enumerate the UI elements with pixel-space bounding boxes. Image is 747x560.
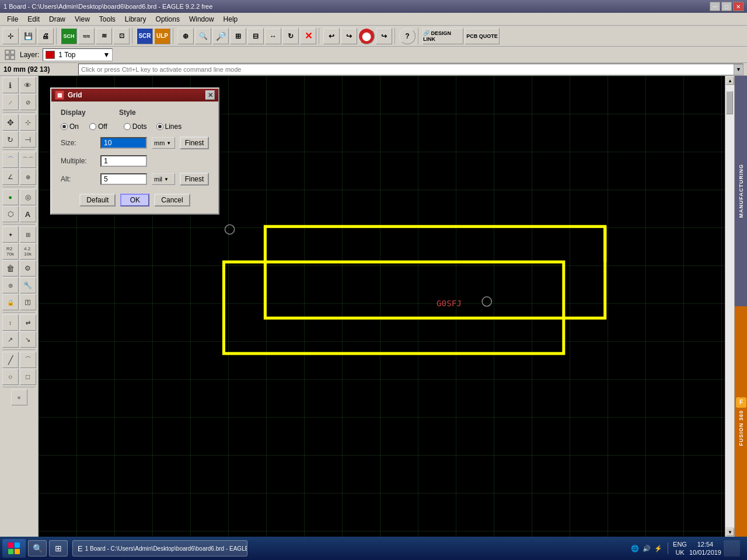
arc-tool-button[interactable]: ⌒ (20, 352, 36, 368)
cmd-input[interactable] (79, 64, 734, 75)
alt-quality-button[interactable]: Finest (180, 173, 209, 186)
grid-dialog-close-button[interactable]: ✕ (205, 90, 215, 100)
size-input[interactable] (100, 137, 147, 149)
style-lines-radio[interactable]: Lines (156, 123, 182, 131)
redo-button[interactable]: ↪ (341, 28, 357, 44)
close-button[interactable]: ✕ (733, 2, 743, 11)
zoom-fit-button[interactable]: ⊕ (177, 28, 194, 44)
zoom-in-button[interactable]: 🔍 (195, 28, 211, 44)
text-tool-button[interactable]: A (20, 206, 36, 222)
task-view-button[interactable]: ⊞ (49, 540, 68, 556)
show-tool-button[interactable]: 👁 (20, 77, 36, 93)
ok-button[interactable]: OK (120, 194, 149, 206)
print-button[interactable]: 🖨 (37, 28, 54, 44)
eagle-task-button[interactable]: E 1 Board - C:\Users\Admin\Desktop\board… (72, 540, 247, 556)
search-button[interactable]: 🔍 (28, 540, 47, 556)
via-tool-button[interactable]: ● (2, 189, 19, 205)
menu-help[interactable]: Help (219, 14, 243, 24)
lock-tool-button[interactable]: ⚿ (20, 294, 36, 310)
circle-tool-button[interactable]: ○ (2, 369, 19, 385)
cancel-button[interactable]: Cancel (154, 194, 190, 206)
rotate-tool-button[interactable]: ↻ (2, 131, 19, 148)
display-off-radio[interactable]: Off (89, 123, 107, 131)
alt-input[interactable] (100, 173, 147, 185)
fanout-tool-button[interactable]: ⊕ (20, 169, 36, 185)
assign-tool-button[interactable]: ↕ (2, 314, 19, 331)
copy-tool-button[interactable]: ⊹ (20, 114, 36, 131)
design-link-button[interactable]: 🔗 DESIGN LINK (423, 28, 463, 44)
cross-button[interactable]: ✕ (300, 28, 316, 44)
minimize-button[interactable]: ─ (710, 2, 720, 11)
battery-icon[interactable]: ⚡ (654, 544, 663, 553)
ulp-button[interactable]: ULP (154, 28, 170, 44)
menu-library[interactable]: Library (120, 14, 151, 24)
net-tool-button[interactable]: ✦ (2, 226, 19, 243)
miter-tool-button[interactable]: ∠ (2, 169, 19, 185)
layer-select[interactable]: 1 Top ▼ (43, 48, 113, 61)
lang-area[interactable]: ENG UK (673, 540, 687, 557)
show-desktop-button[interactable] (724, 540, 740, 556)
multiple-input[interactable] (100, 155, 147, 167)
alt-unit-select[interactable]: mil (152, 173, 175, 185)
value-tool-button[interactable]: ⇄ (20, 314, 36, 331)
ripup-tool-button[interactable]: ⟋ (2, 94, 19, 110)
menu-file[interactable]: File (2, 14, 23, 24)
rotate-button[interactable]: ↻ (282, 28, 299, 44)
display-on-radio[interactable]: On (61, 123, 79, 131)
size-unit-select[interactable]: mm (152, 137, 175, 149)
maximize-button[interactable]: □ (721, 2, 732, 11)
undo-button[interactable]: ↩ (323, 28, 340, 44)
menu-window[interactable]: Window (184, 14, 219, 24)
ratsnest-count[interactable]: 4.210k (20, 243, 36, 260)
rect-tool-button[interactable]: □ (20, 369, 36, 385)
change-tool-button[interactable]: ⚙ (20, 260, 36, 276)
line-tool-button[interactable]: ╱ (2, 352, 19, 368)
redo2-button[interactable]: ↪ (376, 28, 392, 44)
waveform1-button[interactable]: ≈≈ (78, 28, 95, 44)
drc-tool-button[interactable]: ⊘ (20, 94, 36, 110)
zoom-prev-button[interactable]: ⊟ (247, 28, 264, 44)
bus-tool-button[interactable]: ⊞ (20, 226, 36, 243)
mirror-tool-button[interactable]: ⊣ (20, 131, 36, 148)
fusion360-panel[interactable]: F FUSION 360 (735, 306, 747, 537)
cmd-dropdown-arrow[interactable]: ▼ (734, 64, 743, 75)
smash-tool-button[interactable]: 🔒 (2, 294, 19, 310)
collapse-button[interactable]: « (11, 389, 27, 405)
name-tool-button[interactable]: 🔧 (20, 277, 36, 293)
size-quality-button[interactable]: Finest (180, 136, 209, 149)
split-tool-button[interactable]: ↗ (2, 331, 19, 348)
volume-icon[interactable]: 🔊 (642, 544, 651, 553)
route-tool-button[interactable]: ⌒ (2, 152, 19, 168)
info-tool-button[interactable]: ℹ (2, 77, 19, 93)
board-btn[interactable]: ⊡ (113, 28, 130, 44)
pan-button[interactable]: ↔ (265, 28, 281, 44)
delete-tool-button[interactable]: 🗑 (2, 260, 19, 276)
menu-view[interactable]: View (70, 14, 95, 24)
zoom-out-button[interactable]: 🔎 (212, 28, 229, 44)
default-button[interactable]: Default (79, 194, 116, 206)
sch-button[interactable]: SCH (61, 28, 77, 44)
polygon-tool-button[interactable]: ⬡ (2, 206, 19, 222)
menu-tools[interactable]: Tools (95, 14, 120, 24)
clock-display[interactable]: 12:54 10/01/2019 (689, 540, 721, 557)
menu-edit[interactable]: Edit (23, 14, 44, 24)
pointer-tool-button[interactable]: ⊹ (2, 28, 19, 44)
menu-options[interactable]: Options (151, 14, 184, 24)
help-button[interactable]: ? (399, 28, 416, 44)
autoroute-tool-button[interactable]: ⌒⌒ (20, 152, 36, 168)
manufacturing-panel[interactable]: MANUFACTURING (735, 76, 747, 306)
pad-tool-button[interactable]: ◎ (20, 189, 36, 205)
menu-draw[interactable]: Draw (44, 14, 70, 24)
style-dots-radio[interactable]: Dots (124, 123, 147, 131)
stop-button[interactable]: ⬤ (358, 28, 375, 44)
network-icon[interactable]: 🌐 (630, 544, 640, 553)
ratsnest-label[interactable]: R270k (2, 243, 19, 260)
move-tool-button[interactable]: ✥ (2, 114, 19, 131)
waveform2-button[interactable]: ≋ (96, 28, 112, 44)
zoom-area-button[interactable]: ⊞ (230, 28, 246, 44)
scr-button[interactable]: SCR (137, 28, 153, 44)
start-button[interactable] (2, 539, 26, 558)
pcb-quote-button[interactable]: PCB QUOTE (465, 28, 500, 44)
group-tool-button[interactable]: ⊚ (2, 277, 19, 293)
save-button[interactable]: 💾 (20, 28, 36, 44)
